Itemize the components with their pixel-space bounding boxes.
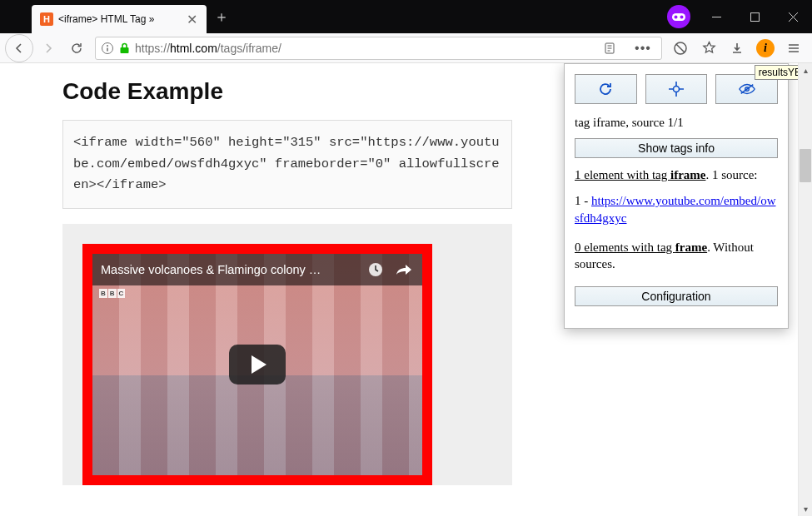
page-actions-icon[interactable]: ••• <box>630 36 656 61</box>
noscript-icon[interactable] <box>667 36 694 61</box>
watch-later-icon[interactable] <box>366 260 386 280</box>
svg-point-5 <box>107 45 108 47</box>
svg-point-2 <box>680 15 684 18</box>
url-text: https://html.com/tags/iframe/ <box>135 42 281 55</box>
svg-point-1 <box>675 15 678 18</box>
site-info-icon[interactable] <box>101 42 114 55</box>
menu-button[interactable] <box>780 36 807 61</box>
scroll-down-icon[interactable]: ▾ <box>799 502 812 516</box>
bbc-logo: BBC <box>99 289 125 298</box>
svg-rect-3 <box>750 12 759 21</box>
extension-panel: tag iframe, source 1/1 Show tags info 1 … <box>564 63 789 329</box>
video-title-bar: Massive volcanoes & Flamingo colony … <box>92 254 422 285</box>
source-line: 1 - https://www.youtube.com/embed/owsfdh… <box>575 192 778 227</box>
titlebar-right <box>667 0 812 33</box>
toolbar: https://html.com/tags/iframe/ ••• i <box>0 33 812 63</box>
content-area: Code Example <iframe width="560" height=… <box>0 63 812 516</box>
frame-summary: 0 elements with tag frame. Without sourc… <box>575 239 778 273</box>
scroll-thumb[interactable] <box>800 149 811 182</box>
tab-close-icon[interactable]: ✕ <box>185 12 198 26</box>
iframe-summary: 1 element with tag iframe. 1 source: <box>575 168 778 182</box>
youtube-iframe[interactable]: Massive volcanoes & Flamingo colony … BB… <box>82 244 432 485</box>
refresh-button[interactable] <box>575 74 637 104</box>
panel-caption: tag iframe, source 1/1 <box>575 116 778 130</box>
reload-button[interactable] <box>63 36 90 61</box>
bookmark-star-icon[interactable] <box>695 36 722 61</box>
target-button[interactable] <box>645 74 708 104</box>
svg-point-10 <box>674 87 680 92</box>
preview-box: Massive volcanoes & Flamingo colony … BB… <box>62 224 512 485</box>
configuration-button[interactable]: Configuration <box>575 286 778 306</box>
window-maximize-button[interactable] <box>735 0 774 33</box>
vertical-scrollbar[interactable]: ▴ ▾ <box>798 63 812 516</box>
share-icon[interactable] <box>394 260 414 280</box>
profile-avatar[interactable] <box>667 5 690 28</box>
lock-icon <box>119 42 130 54</box>
video-title: Massive volcanoes & Flamingo colony … <box>101 263 357 276</box>
downloads-icon[interactable] <box>724 36 750 61</box>
extension-icon: i <box>756 39 775 57</box>
tab-title: <iframe> HTML Tag » <box>58 13 180 25</box>
svg-rect-6 <box>121 47 129 53</box>
forward-button[interactable] <box>35 36 62 61</box>
extension-button[interactable]: i <box>752 36 779 61</box>
play-button[interactable] <box>229 345 286 385</box>
source-link[interactable]: https://www.youtube.com/embed/owsfdh4gxy… <box>575 194 776 225</box>
titlebar: H <iframe> HTML Tag » ✕ ＋ <box>0 0 812 33</box>
back-button[interactable] <box>5 34 33 62</box>
tab-favicon: H <box>40 12 53 26</box>
new-tab-button[interactable]: ＋ <box>210 5 233 28</box>
panel-toolbar <box>575 74 778 104</box>
svg-rect-0 <box>672 13 685 21</box>
window-minimize-button[interactable] <box>697 0 735 33</box>
code-example-box: <iframe width="560" height="315" src="ht… <box>62 120 512 209</box>
scroll-up-icon[interactable]: ▴ <box>799 63 812 77</box>
browser-tab[interactable]: H <iframe> HTML Tag » ✕ <box>32 5 207 33</box>
window-close-button[interactable] <box>774 0 812 33</box>
show-tags-button[interactable]: Show tags info <box>575 138 778 158</box>
address-bar[interactable]: https://html.com/tags/iframe/ ••• <box>95 37 662 60</box>
reader-mode-icon[interactable] <box>596 36 623 61</box>
